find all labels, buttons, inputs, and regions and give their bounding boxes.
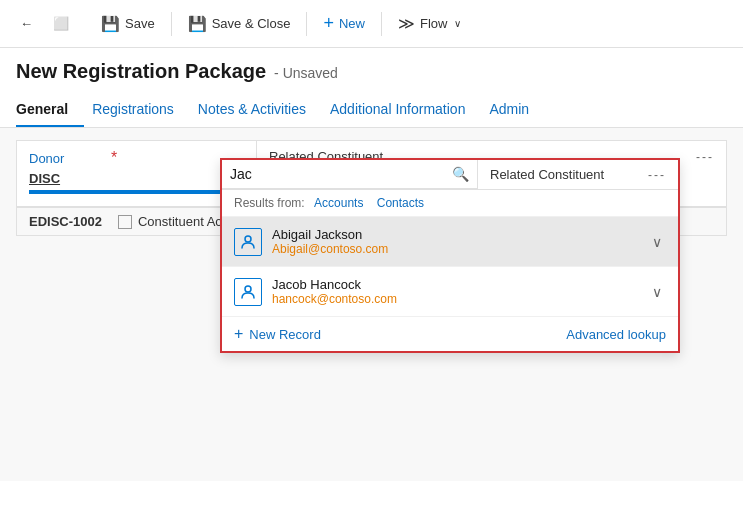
new-label: New <box>339 16 365 31</box>
blue-accent-bar <box>29 190 244 194</box>
divider-2 <box>306 12 307 36</box>
advanced-lookup-label: Advanced lookup <box>566 327 666 342</box>
related-constituent-dropdown-label: Related Constituent <box>490 167 604 182</box>
flow-label: Flow <box>420 16 447 31</box>
flow-button[interactable]: ≫ Flow ∨ <box>390 9 469 38</box>
svg-point-1 <box>245 286 251 292</box>
new-button[interactable]: + New <box>315 8 373 39</box>
result-name-abigail: Abigail Jackson <box>272 227 648 242</box>
person-icon-2 <box>240 284 256 300</box>
tab-additional[interactable]: Additional Information <box>330 91 481 127</box>
new-record-button[interactable]: + New Record <box>234 325 321 343</box>
related-constituent-dropdown-header: Related Constituent --- <box>478 160 678 189</box>
tab-admin-label: Admin <box>489 101 529 117</box>
dropdown-top-row: 🔍 Related Constituent --- <box>222 160 678 190</box>
unsaved-badge: - Unsaved <box>274 65 338 81</box>
chevron-down-icon: ∨ <box>454 18 461 29</box>
results-from-row: Results from: Accounts Contacts <box>222 190 678 217</box>
result-email-jacob: hancock@contoso.com <box>272 292 648 306</box>
result-item-abigail[interactable]: Abigail Jackson Abigail@contoso.com ∨ <box>222 217 678 267</box>
back-button[interactable]: ← <box>12 11 41 36</box>
search-input[interactable] <box>230 166 448 182</box>
search-dropdown: 🔍 Related Constituent --- Results from: … <box>220 158 680 353</box>
contacts-link[interactable]: Contacts <box>377 196 424 210</box>
advanced-lookup-button[interactable]: Advanced lookup <box>566 327 666 342</box>
result-name-jacob: Jacob Hancock <box>272 277 648 292</box>
restore-icon: ⬜ <box>53 16 69 31</box>
svg-point-0 <box>245 236 251 242</box>
flow-icon: ≫ <box>398 14 415 33</box>
dropdown-footer: + New Record Advanced lookup <box>222 317 678 351</box>
toolbar: ← ⬜ 💾 Save 💾 Save & Close + New ≫ Flow ∨ <box>0 0 743 48</box>
divider-3 <box>381 12 382 36</box>
tab-registrations-label: Registrations <box>92 101 174 117</box>
results-from-label: Results from: <box>234 196 305 210</box>
result-avatar-jacob <box>234 278 262 306</box>
result-avatar-abigail <box>234 228 262 256</box>
nav-buttons: ← ⬜ <box>12 11 77 36</box>
donor-label: Donor <box>29 151 109 166</box>
result-email-abigail: Abigail@contoso.com <box>272 242 648 256</box>
dropdown-dots: --- <box>648 168 666 182</box>
related-dots: --- <box>696 150 714 164</box>
title-row: New Registration Package - Unsaved <box>16 60 727 83</box>
restore-button[interactable]: ⬜ <box>45 11 77 36</box>
tab-additional-label: Additional Information <box>330 101 465 117</box>
tab-general[interactable]: General <box>16 91 84 127</box>
result-info-abigail: Abigail Jackson Abigail@contoso.com <box>272 227 648 256</box>
expand-icon-abigail[interactable]: ∨ <box>648 230 666 254</box>
edisc-id: EDISC-1002 <box>29 214 102 229</box>
required-star: * <box>111 149 117 167</box>
tab-notes-label: Notes & Activities <box>198 101 306 117</box>
save-button[interactable]: 💾 Save <box>93 10 163 38</box>
page-title: New Registration Package <box>16 60 266 83</box>
tab-navigation: General Registrations Notes & Activities… <box>0 91 743 128</box>
search-icon: 🔍 <box>452 166 469 182</box>
tab-registrations[interactable]: Registrations <box>92 91 190 127</box>
constituent-accept-checkbox[interactable] <box>118 215 132 229</box>
expand-icon-jacob[interactable]: ∨ <box>648 280 666 304</box>
new-record-plus-icon: + <box>234 325 243 343</box>
result-info-jacob: Jacob Hancock hancock@contoso.com <box>272 277 648 306</box>
tab-admin[interactable]: Admin <box>489 91 545 127</box>
person-icon <box>240 234 256 250</box>
disc-text[interactable]: DISC <box>29 171 60 186</box>
accounts-link[interactable]: Accounts <box>314 196 363 210</box>
save-close-label: Save & Close <box>212 16 291 31</box>
divider-1 <box>171 12 172 36</box>
save-label: Save <box>125 16 155 31</box>
floppy-icon: 💾 <box>101 15 120 33</box>
tab-general-label: General <box>16 101 68 117</box>
save-close-button[interactable]: 💾 Save & Close <box>180 10 299 38</box>
main-content: Donor * DISC Related Constituent --- EN … <box>0 128 743 481</box>
save-close-icon: 💾 <box>188 15 207 33</box>
tab-notes[interactable]: Notes & Activities <box>198 91 322 127</box>
new-record-label: New Record <box>249 327 321 342</box>
back-icon: ← <box>20 16 33 31</box>
plus-icon: + <box>323 13 334 34</box>
search-box: 🔍 <box>222 160 478 189</box>
result-item-jacob[interactable]: Jacob Hancock hancock@contoso.com ∨ <box>222 267 678 317</box>
page-title-bar: New Registration Package - Unsaved <box>0 48 743 83</box>
